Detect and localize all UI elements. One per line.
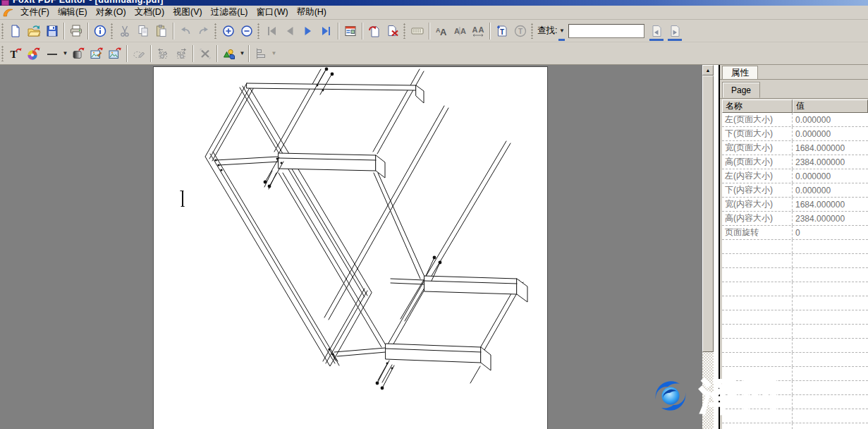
add-shading-object-icon [71, 47, 85, 61]
find-input[interactable] [568, 24, 644, 38]
copy-icon [136, 24, 150, 38]
tab-page[interactable]: Page [722, 82, 760, 98]
font-width-button[interactable]: A A [469, 22, 487, 40]
property-value[interactable]: 0.000000 [793, 113, 868, 126]
page-layout-button[interactable] [341, 22, 360, 40]
redo-button[interactable] [195, 22, 213, 40]
text-mode-button[interactable]: T [511, 22, 530, 40]
save-button[interactable] [43, 22, 61, 40]
property-value[interactable]: 0.000000 [793, 169, 868, 183]
property-name: 高(页面大小) [722, 155, 793, 169]
menu-item-object[interactable]: 对象(O) [92, 6, 130, 19]
toolbar-separator [429, 23, 430, 40]
property-value[interactable]: 2384.000000 [793, 212, 868, 225]
toolbar-grip[interactable] [403, 23, 406, 39]
zoom-out-button[interactable] [238, 22, 256, 40]
property-row-empty [722, 367, 868, 381]
undo-button[interactable] [176, 22, 195, 40]
add-line-object-button[interactable] [43, 44, 61, 63]
property-grid: 名称 值 左(页面大小) 0.000000 下(页面大小) 0.000000 宽… [722, 99, 868, 429]
vertical-scrollbar[interactable]: ▲ [702, 65, 714, 429]
shape-type-dropdown[interactable]: ▼ [238, 44, 246, 63]
transform-object-button[interactable] [130, 44, 148, 63]
replace-image-object-button[interactable] [106, 44, 124, 63]
property-value[interactable]: 2384.000000 [793, 155, 868, 169]
cut-button[interactable] [116, 22, 134, 40]
open-document-button[interactable] [25, 22, 43, 40]
toolbar-grip[interactable] [111, 23, 114, 39]
scroll-up-button[interactable]: ▲ [702, 65, 714, 75]
property-value[interactable]: 1684.000000 [793, 198, 868, 211]
font-pair-button[interactable]: A A [432, 22, 451, 40]
title-bar[interactable]: Foxit PDF Editor - [dunhuang.pdf] [0, 0, 868, 6]
insert-shape-icon [222, 47, 236, 61]
menu-item-window[interactable]: 窗口(W) [252, 6, 293, 19]
panel-tab-strip: Page [720, 80, 868, 99]
rotate-left-object-button[interactable] [154, 44, 172, 63]
print-button[interactable] [67, 22, 85, 40]
next-page-button[interactable] [299, 22, 317, 40]
insert-shape-button[interactable] [220, 44, 238, 63]
first-page-button[interactable] [262, 22, 281, 40]
edit-image-object-button[interactable] [87, 44, 106, 63]
property-value[interactable]: 0.000000 [793, 183, 868, 197]
last-page-button[interactable] [317, 22, 336, 40]
add-text-button[interactable]: T [493, 22, 511, 40]
menu-item-help[interactable]: 帮助(H) [293, 6, 331, 19]
page-drawing [154, 67, 547, 429]
paste-button[interactable] [152, 22, 171, 40]
property-value[interactable]: 0.000000 [793, 127, 868, 140]
add-text-object-button[interactable]: T [6, 44, 25, 63]
properties-panel-tab[interactable]: 属性 [722, 66, 758, 79]
toolbar-grip[interactable] [1, 46, 4, 61]
zoom-in-button[interactable] [219, 22, 238, 40]
menu-item-document[interactable]: 文档(D) [130, 6, 169, 19]
align-type-dropdown[interactable]: ▼ [270, 44, 278, 63]
delete-object-button[interactable] [196, 44, 214, 63]
print-icon [69, 24, 83, 38]
pdf-page[interactable] [154, 67, 547, 429]
document-canvas[interactable] [0, 65, 702, 429]
document-info-button[interactable] [91, 22, 109, 40]
import-page-button[interactable] [365, 22, 384, 40]
column-header-value[interactable]: 值 [793, 99, 868, 113]
menu-item-filter[interactable]: 过滤器(L) [207, 6, 252, 19]
object-toolbar: T ▼ [0, 42, 868, 65]
new-document-button[interactable] [6, 22, 25, 40]
property-row-empty [722, 395, 868, 409]
column-header-name[interactable]: 名称 [722, 99, 793, 113]
keyboard-button[interactable] [408, 22, 427, 40]
find-next-button[interactable] [666, 22, 684, 40]
svg-text:T: T [518, 28, 522, 35]
align-objects-button[interactable] [252, 44, 270, 63]
copy-button[interactable] [134, 22, 152, 40]
font-kerning-button[interactable]: A A [451, 22, 469, 40]
toolbar-grip[interactable] [531, 23, 534, 39]
property-row-empty [722, 339, 868, 353]
property-row-empty [722, 381, 868, 395]
add-shading-object-button[interactable] [69, 44, 87, 63]
line-style-dropdown[interactable]: ▼ [61, 44, 69, 63]
find-previous-button[interactable] [647, 22, 666, 40]
property-value[interactable]: 0 [793, 226, 868, 239]
toolbar-grip[interactable] [1, 23, 4, 39]
text-cursor [181, 189, 184, 208]
delete-page-button[interactable] [384, 22, 402, 40]
previous-page-button[interactable] [281, 22, 299, 40]
menu-item-view[interactable]: 视图(V) [169, 6, 207, 19]
last-page-icon [319, 24, 334, 38]
toolbar-separator [216, 45, 218, 62]
toolbar-grip[interactable] [214, 23, 217, 39]
toolbar-grip[interactable] [257, 23, 260, 39]
menu-item-edit[interactable]: 编辑(E) [54, 6, 92, 19]
replace-image-object-icon [108, 47, 122, 61]
property-row: 宽(页面大小) 1684.000000 [722, 141, 868, 155]
property-value[interactable]: 1684.000000 [793, 141, 868, 155]
scrollbar-thumb[interactable] [702, 75, 714, 352]
svg-text:T: T [500, 28, 504, 35]
find-options-dropdown[interactable]: ▼ [558, 22, 566, 40]
property-row-empty [722, 353, 868, 367]
add-color-object-button[interactable] [25, 44, 43, 63]
menu-item-file[interactable]: 文件(F) [16, 6, 54, 19]
rotate-right-object-button[interactable] [172, 44, 190, 63]
